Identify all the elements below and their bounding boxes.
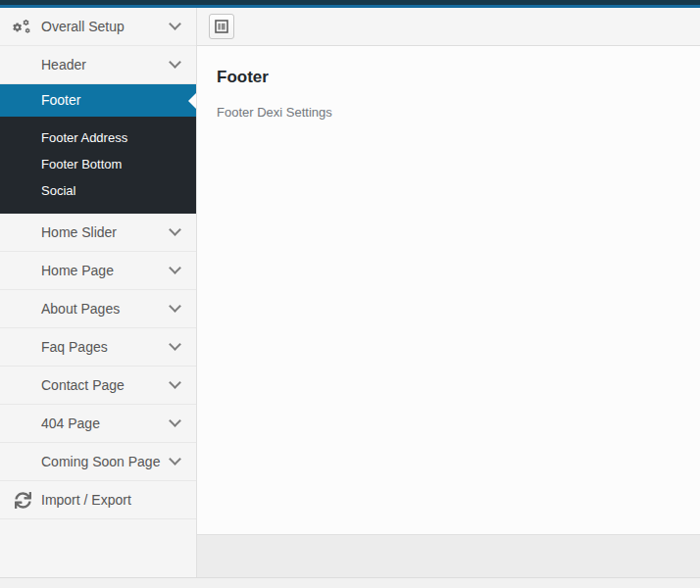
sidebar-item-home-page[interactable]: Home Page [0, 252, 196, 290]
options-content-pane: Footer Footer Dexi Settings [196, 8, 700, 577]
sidebar-item-footer-active[interactable]: Footer [0, 84, 196, 117]
chevron-down-icon [169, 262, 181, 274]
sidebar-subitem-label: Social [41, 183, 75, 198]
chevron-down-icon [169, 453, 181, 466]
sidebar-item-about-pages[interactable]: About Pages [0, 290, 196, 328]
sidebar-item-label: Footer [41, 92, 80, 108]
sidebar-item-label: Faq Pages [41, 339, 108, 355]
sidebar-item-label: 404 Page [41, 416, 100, 431]
section-title: Footer [217, 68, 680, 87]
content-footer-strip [197, 534, 700, 577]
footer-submenu: Footer Address Footer Bottom Social [0, 117, 196, 214]
sidebar-item-home-slider[interactable]: Home Slider [0, 214, 196, 252]
section-body: Footer Footer Dexi Settings [197, 46, 700, 534]
theme-options-panel: Overall Setup Header Footer Footer Addre… [0, 0, 700, 588]
sidebar-item-label: Home Page [41, 263, 114, 278]
main-layout: Overall Setup Header Footer Footer Addre… [0, 8, 700, 577]
sidebar-item-label: About Pages [41, 301, 120, 317]
sidebar-item-label: Import / Export [41, 492, 131, 508]
chevron-down-icon [169, 376, 181, 389]
sidebar-item-label: Coming Soon Page [41, 454, 160, 469]
sidebar-item-404-page[interactable]: 404 Page [0, 405, 196, 443]
gears-icon [13, 18, 32, 35]
sidebar-item-label: Contact Page [41, 377, 125, 393]
section-subtitle: Footer Dexi Settings [217, 105, 680, 120]
sidebar-item-label: Home Slider [41, 224, 117, 240]
sidebar-subitem-label: Footer Bottom [41, 157, 122, 172]
chevron-down-icon [169, 18, 181, 30]
sidebar-item-label: Overall Setup [41, 19, 125, 34]
sidebar-item-overall-setup[interactable]: Overall Setup [0, 8, 196, 46]
chevron-down-icon [169, 415, 181, 427]
chevron-down-icon [169, 223, 181, 236]
sidebar-item-faq-pages[interactable]: Faq Pages [0, 328, 196, 367]
expand-layout-button[interactable] [209, 14, 234, 39]
sidebar-item-contact-page[interactable]: Contact Page [0, 367, 196, 405]
page-bottom-strip [0, 577, 700, 588]
chevron-down-icon [169, 56, 181, 69]
sidebar-item-coming-soon-page[interactable]: Coming Soon Page [0, 443, 196, 481]
sidebar-subitem-footer-bottom[interactable]: Footer Bottom [0, 151, 196, 177]
sidebar-item-label: Header [41, 57, 86, 73]
options-sidebar: Overall Setup Header Footer Footer Addre… [0, 8, 196, 577]
content-toolbar [197, 8, 700, 46]
chevron-down-icon [169, 338, 181, 351]
sidebar-subitem-label: Footer Address [41, 130, 127, 145]
chevron-down-icon [169, 300, 181, 313]
sidebar-item-import-export[interactable]: Import / Export [0, 481, 196, 519]
sidebar-item-header[interactable]: Header [0, 46, 196, 84]
refresh-icon [13, 491, 32, 509]
sidebar-subitem-footer-address[interactable]: Footer Address [0, 124, 196, 151]
sidebar-subitem-social[interactable]: Social [0, 177, 196, 204]
expand-layout-icon [215, 20, 228, 33]
